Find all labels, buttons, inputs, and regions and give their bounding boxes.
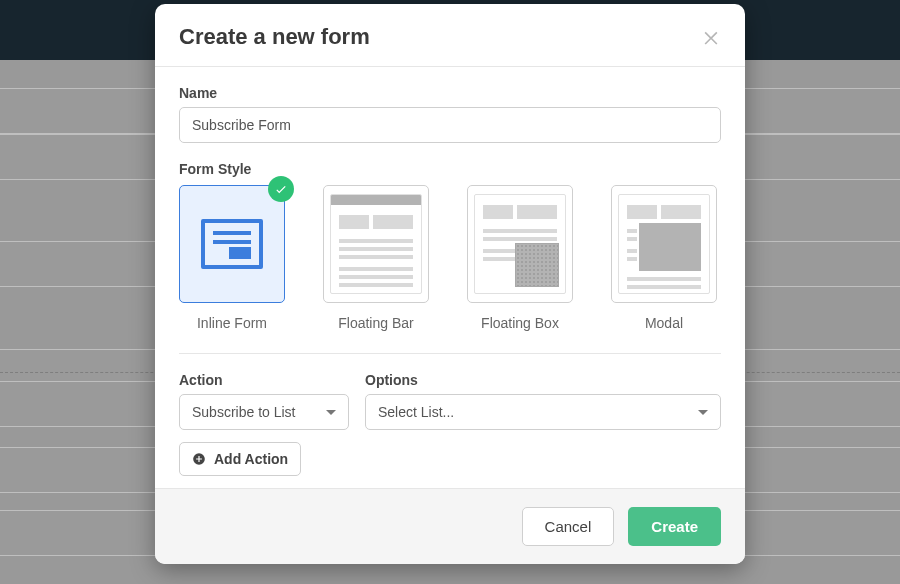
style-option-inline-form[interactable] (179, 185, 285, 303)
check-icon (274, 182, 288, 196)
name-label: Name (179, 85, 721, 101)
divider (179, 353, 721, 354)
style-label-floating-box: Floating Box (481, 315, 559, 331)
name-input[interactable] (179, 107, 721, 143)
plus-circle-icon (192, 452, 206, 466)
modal-header: Create a new form (155, 4, 745, 67)
modal-style-icon (618, 194, 710, 294)
style-option-modal[interactable] (611, 185, 717, 303)
chevron-down-icon (326, 410, 336, 415)
options-select-value: Select List... (378, 404, 454, 420)
style-option-floating-box[interactable] (467, 185, 573, 303)
chevron-down-icon (698, 410, 708, 415)
options-label: Options (365, 372, 721, 388)
form-style-options: Inline Form Floating Bar (179, 185, 721, 331)
action-select[interactable]: Subscribe to List (179, 394, 349, 430)
modal-title: Create a new form (179, 24, 370, 50)
options-select[interactable]: Select List... (365, 394, 721, 430)
floating-bar-icon (330, 194, 422, 294)
selected-badge (268, 176, 294, 202)
modal-footer: Cancel Create (155, 488, 745, 564)
modal-body: Name Form Style Inline Form (155, 67, 745, 488)
close-icon (701, 27, 721, 47)
create-button[interactable]: Create (628, 507, 721, 546)
add-action-button[interactable]: Add Action (179, 442, 301, 476)
cancel-button[interactable]: Cancel (522, 507, 615, 546)
style-label-modal: Modal (645, 315, 683, 331)
close-button[interactable] (701, 27, 721, 47)
style-label-floating-bar: Floating Bar (338, 315, 413, 331)
floating-box-icon (474, 194, 566, 294)
action-select-value: Subscribe to List (192, 404, 296, 420)
add-action-label: Add Action (214, 451, 288, 467)
create-form-modal: Create a new form Name Form Style Inline… (155, 4, 745, 564)
form-style-label: Form Style (179, 161, 721, 177)
inline-form-icon (201, 219, 263, 269)
style-label-inline: Inline Form (197, 315, 267, 331)
action-label: Action (179, 372, 349, 388)
style-option-floating-bar[interactable] (323, 185, 429, 303)
